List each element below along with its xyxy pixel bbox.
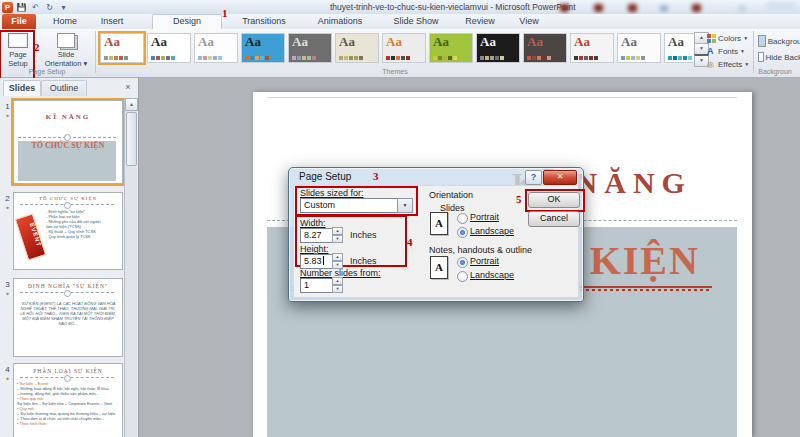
combobox-dropdown-icon[interactable]: ▼ bbox=[397, 198, 413, 213]
tab-transitions[interactable]: Transitions bbox=[232, 14, 296, 29]
theme-thumbnail-green[interactable]: Aa bbox=[429, 33, 473, 63]
colors-button[interactable]: Colors▼ bbox=[707, 32, 748, 44]
dialog-help-button[interactable]: ? bbox=[525, 170, 542, 185]
transition-star-icon: ✦ bbox=[3, 204, 12, 211]
theme-color-strip bbox=[151, 56, 175, 60]
height-field[interactable]: 5.83 bbox=[300, 254, 335, 269]
tab-file[interactable]: File bbox=[2, 14, 36, 29]
theme-color-strip bbox=[104, 56, 128, 60]
censored-dot bbox=[594, 4, 603, 12]
colors-icon bbox=[707, 34, 716, 43]
slide-thumbnail-1[interactable]: KĨ NĂNG TỔ CHỨC SỰ KIỆN bbox=[13, 100, 123, 184]
width-stepper[interactable]: ▲▼ bbox=[332, 227, 343, 242]
fonts-button[interactable]: A Fonts▼ bbox=[707, 45, 745, 57]
cancel-button[interactable]: Cancel bbox=[528, 211, 580, 227]
panel-scrollbar[interactable]: ▲ bbox=[124, 98, 137, 437]
theme-color-strip bbox=[198, 56, 222, 60]
censored-dot bbox=[560, 4, 569, 12]
fonts-icon: A bbox=[707, 46, 716, 56]
number-from-field[interactable]: 1 bbox=[300, 278, 335, 293]
annotation-number-2: 2 bbox=[34, 41, 40, 53]
theme-thumbnail-gray[interactable]: Aa bbox=[194, 33, 238, 63]
theme-color-strip bbox=[433, 56, 457, 60]
censored-area bbox=[766, 2, 796, 12]
theme-thumbnail-current-theme[interactable]: Aa bbox=[100, 33, 144, 63]
theme-thumbnail-dark-gray[interactable]: Aa bbox=[288, 33, 332, 63]
theme-gallery: AaAaAaAaAaAaAaAaAaAaAaAaAa bbox=[100, 33, 690, 65]
theme-thumbnail-dark-red[interactable]: Aa bbox=[523, 33, 567, 63]
slides-portrait-radio[interactable] bbox=[457, 213, 468, 224]
thumb1-title: KĨ NĂNG bbox=[14, 113, 122, 121]
slide-thumbnail-2[interactable]: TỔ CHỨC SỰ KIỆN EVENT - Định nghĩa "sự k… bbox=[13, 192, 123, 270]
slide-thumbnail-3[interactable]: ĐỊNH NGHĨA "SỰ KIỆN" "SỰ KIỆN (EVENT) LÀ… bbox=[13, 278, 123, 357]
hide-background-checkbox[interactable]: Hide Backgrou bbox=[758, 51, 800, 63]
tab-home[interactable]: Home bbox=[44, 14, 86, 29]
tab-slide-show[interactable]: Slide Show bbox=[386, 14, 446, 29]
save-icon[interactable]: 💾 bbox=[16, 2, 27, 13]
height-stepper[interactable]: ▲▼ bbox=[332, 253, 343, 268]
scroll-up-icon[interactable]: ▲ bbox=[125, 98, 138, 111]
redo-icon[interactable]: ↻ bbox=[44, 2, 55, 13]
theme-color-strip bbox=[480, 56, 504, 60]
theme-color-strip bbox=[245, 56, 269, 60]
window-title: thuyet-trinh-ve-to-chuc-su-kien-vieclamv… bbox=[330, 2, 576, 12]
slides-orientation-icon: A bbox=[430, 212, 448, 235]
group-separator bbox=[95, 31, 96, 73]
tab-review[interactable]: Review bbox=[458, 14, 502, 29]
powerpoint-icon[interactable]: P bbox=[2, 2, 13, 13]
transition-star-icon: ✦ bbox=[3, 375, 12, 382]
background-styles-button[interactable]: Background S bbox=[758, 35, 800, 47]
censored-dot bbox=[628, 4, 637, 12]
thumb1-subtitle: TỔ CHỨC SỰ KIỆN bbox=[14, 141, 122, 150]
theme-color-strip bbox=[292, 56, 316, 60]
annotation-number-5: 5 bbox=[516, 193, 522, 205]
thumb4-title: PHÂN LOẠI SỰ KIỆN bbox=[14, 368, 122, 374]
scrollbar-thumb[interactable] bbox=[126, 112, 137, 166]
tab-insert[interactable]: Insert bbox=[92, 14, 132, 29]
theme-aa-glyph: Aa bbox=[198, 34, 214, 50]
tab-animations[interactable]: Animations bbox=[308, 14, 372, 29]
height-label: Height: bbox=[300, 244, 329, 254]
theme-aa-glyph: Aa bbox=[151, 34, 167, 50]
slides-portrait-label: Portrait bbox=[470, 212, 499, 222]
undo-icon[interactable]: ↶ bbox=[30, 2, 41, 13]
number-from-stepper[interactable]: ▲▼ bbox=[332, 277, 343, 292]
qat-dropdown-icon[interactable]: ▾ bbox=[58, 2, 69, 13]
transition-star-icon: ✦ bbox=[3, 290, 12, 297]
group-label-page-setup: Page Setup bbox=[2, 68, 92, 75]
width-field[interactable]: 8.27 bbox=[300, 228, 335, 243]
theme-aa-glyph: Aa bbox=[339, 34, 355, 50]
width-label: Width: bbox=[300, 218, 326, 228]
slide-orientation-button[interactable]: Slide Orientation ▾ bbox=[40, 31, 92, 73]
tab-view[interactable]: View bbox=[512, 14, 546, 29]
theme-thumbnail-red-underline[interactable]: Aa bbox=[570, 33, 614, 63]
theme-thumbnail-black[interactable]: Aa bbox=[476, 33, 520, 63]
slides-landscape-radio[interactable] bbox=[457, 227, 468, 238]
slide-number: 1 bbox=[3, 102, 12, 111]
sized-for-combobox[interactable]: Custom bbox=[300, 198, 401, 213]
thumb3-title: ĐỊNH NGHĨA "SỰ KIỆN" bbox=[14, 283, 122, 289]
ok-button[interactable]: OK bbox=[528, 192, 580, 208]
notes-label: Notes, handouts & outline bbox=[429, 245, 532, 255]
notes-landscape-radio[interactable] bbox=[457, 271, 468, 282]
censored-dot bbox=[692, 4, 701, 12]
page-setup-button[interactable]: Page Setup bbox=[1, 31, 35, 73]
theme-aa-glyph: Aa bbox=[480, 34, 496, 50]
tab-design[interactable]: Design bbox=[152, 14, 222, 30]
panel-tab-slides[interactable]: Slides bbox=[3, 80, 41, 96]
theme-thumbnail-office[interactable]: Aa bbox=[147, 33, 191, 63]
notes-portrait-radio[interactable] bbox=[457, 257, 468, 268]
theme-color-strip bbox=[574, 56, 598, 60]
dialog-close-button[interactable]: ✕ bbox=[543, 170, 577, 185]
slide-orientation-icon bbox=[57, 33, 75, 48]
panel-close-icon[interactable]: × bbox=[122, 81, 134, 93]
theme-thumbnail-orange[interactable]: Aa bbox=[382, 33, 426, 63]
theme-aa-glyph: Aa bbox=[292, 34, 308, 50]
theme-thumbnail-paper[interactable]: Aa bbox=[335, 33, 379, 63]
panel-tab-outline[interactable]: Outline bbox=[41, 80, 87, 96]
theme-thumbnail-black-edge[interactable]: Aa bbox=[617, 33, 661, 63]
slide-thumbnail-4[interactable]: PHÂN LOẠI SỰ KIỆN • Sự kiện – Event: – N… bbox=[13, 363, 123, 437]
title-bar: P 💾 ↶ ↻ ▾ thuyet-trinh-ve-to-chuc-su-kie… bbox=[0, 0, 800, 15]
theme-thumbnail-angles[interactable]: Aa bbox=[241, 33, 285, 63]
slides-landscape-label: Landscape bbox=[470, 226, 514, 236]
